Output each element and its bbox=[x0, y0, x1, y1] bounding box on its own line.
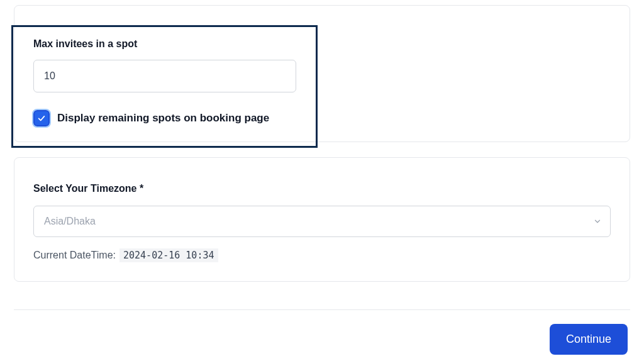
timezone-select[interactable]: Asia/Dhaka bbox=[33, 206, 611, 237]
display-remaining-checkbox[interactable] bbox=[33, 110, 50, 126]
current-datetime-label: Current DateTime: bbox=[33, 250, 116, 261]
invitees-panel: Max invitees in a spot Display remaining… bbox=[14, 5, 630, 142]
max-invitees-input[interactable] bbox=[33, 60, 296, 92]
timezone-panel: Select Your Timezone * Asia/Dhaka Curren… bbox=[14, 157, 630, 282]
footer: Continue bbox=[0, 310, 644, 355]
display-remaining-label: Display remaining spots on booking page bbox=[57, 112, 269, 125]
check-icon bbox=[37, 114, 46, 123]
continue-button[interactable]: Continue bbox=[550, 324, 628, 355]
current-datetime-value: 2024-02-16 10:34 bbox=[119, 248, 218, 262]
timezone-label: Select Your Timezone * bbox=[33, 183, 611, 194]
max-invitees-label: Max invitees in a spot bbox=[33, 38, 611, 50]
timezone-selected-value: Asia/Dhaka bbox=[44, 216, 96, 227]
